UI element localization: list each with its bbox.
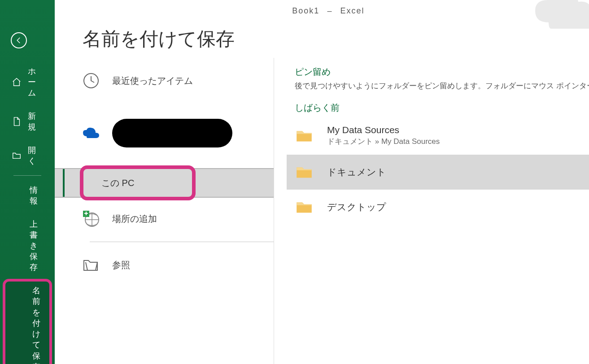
location-recent-label: 最近使ったアイテム bbox=[112, 75, 193, 87]
location-this-pc[interactable]: この PC bbox=[63, 168, 274, 198]
decorative-cloud bbox=[522, 0, 589, 36]
location-recent[interactable]: 最近使ったアイテム bbox=[63, 62, 274, 99]
sidebar-label-save: 上書き保存 bbox=[30, 219, 43, 273]
location-column: 最近使ったアイテム bbox=[55, 58, 274, 364]
folder-name: ドキュメント bbox=[327, 166, 386, 178]
location-add-place-label: 場所の追加 bbox=[112, 213, 157, 225]
location-browse[interactable]: 参照 bbox=[63, 247, 274, 283]
pinned-section-desc: 後で見つけやすいようにフォルダーをピン留めします。フォルダーにマウス ポインター… bbox=[295, 81, 589, 91]
sidebar-label-save-as: 名前を付けて保存 bbox=[32, 285, 40, 364]
sidebar-item-save-as[interactable]: 名前を付けて保存 bbox=[3, 279, 52, 364]
folder-row-documents[interactable]: ドキュメント bbox=[287, 155, 589, 190]
backstage-sidebar: ホーム 新規 開く 情報 上書き保存 名前を付けて保存 履歴 bbox=[0, 0, 55, 364]
sidebar-label-open: 開く bbox=[28, 145, 43, 166]
folder-open-icon bbox=[12, 151, 22, 160]
sidebar-label-info: 情報 bbox=[30, 185, 43, 206]
titlebar-dash: – bbox=[327, 6, 332, 15]
clock-icon bbox=[82, 71, 100, 90]
sidebar-item-new[interactable]: 新規 bbox=[0, 104, 55, 139]
folder-name: My Data Sources bbox=[327, 125, 440, 135]
recent-section-title: しばらく前 bbox=[295, 102, 589, 114]
folder-path: ドキュメント » My Data Sources bbox=[327, 136, 440, 147]
folder-icon bbox=[295, 163, 314, 182]
sidebar-label-new: 新規 bbox=[28, 111, 43, 132]
titlebar: Book1 – Excel bbox=[55, 0, 589, 18]
sidebar-item-home[interactable]: ホーム bbox=[0, 60, 55, 104]
add-place-icon bbox=[82, 209, 100, 228]
sidebar-item-info[interactable]: 情報 bbox=[0, 178, 55, 212]
folder-row-mydatasources[interactable]: My Data Sources ドキュメント » My Data Sources bbox=[287, 117, 589, 155]
pinned-section-title: ピン留め bbox=[295, 66, 589, 78]
home-icon bbox=[12, 77, 22, 87]
folder-row-desktop[interactable]: デスクトップ bbox=[287, 190, 589, 225]
sidebar-item-save[interactable]: 上書き保存 bbox=[0, 212, 55, 279]
backstage-main: Book1 – Excel 名前を付けて保存 最近使ったアイテム bbox=[55, 0, 589, 364]
folder-column: ピン留め 後で見つけやすいようにフォルダーをピン留めします。フォルダーにマウス … bbox=[274, 58, 589, 364]
sidebar-label-home: ホーム bbox=[28, 66, 43, 98]
onedrive-account-redacted bbox=[112, 119, 232, 147]
folder-icon bbox=[295, 126, 314, 145]
sidebar-item-open[interactable]: 開く bbox=[0, 139, 55, 173]
browse-folder-icon bbox=[82, 256, 100, 274]
app-name: Excel bbox=[340, 6, 364, 15]
page-title: 名前を付けて保存 bbox=[55, 18, 589, 58]
doc-name: Book1 bbox=[292, 6, 319, 15]
onedrive-icon bbox=[82, 124, 100, 143]
sidebar-divider bbox=[13, 175, 41, 176]
back-button[interactable] bbox=[11, 32, 27, 48]
file-new-icon bbox=[12, 117, 22, 126]
folder-name: デスクトップ bbox=[327, 201, 386, 213]
location-this-pc-label: この PC bbox=[101, 177, 134, 189]
location-add-place[interactable]: 場所の追加 bbox=[63, 200, 274, 237]
location-onedrive[interactable] bbox=[63, 99, 274, 167]
folder-icon bbox=[295, 198, 314, 217]
location-divider bbox=[90, 242, 274, 242]
location-browse-label: 参照 bbox=[112, 259, 130, 271]
